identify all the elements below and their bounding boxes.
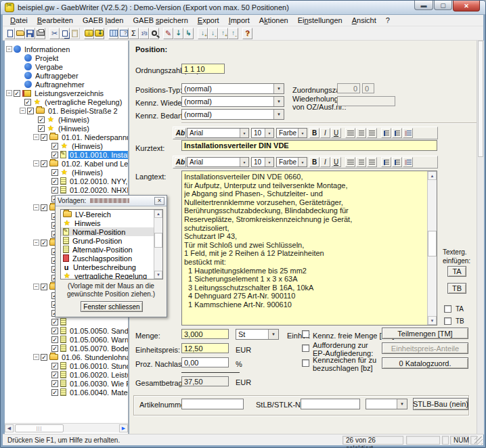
align-center-button[interactable]	[356, 128, 366, 138]
menu-gaeb-speichern[interactable]: GAEB speichern	[128, 16, 192, 25]
inschild-toolbar-button[interactable]	[183, 28, 194, 39]
palette-scroll-thumb[interactable]	[154, 233, 162, 248]
tree-item-informationen[interactable]: −Informationen	[5, 45, 71, 53]
scroll-left-button[interactable]: ◀	[5, 424, 14, 432]
tree-item-leistungsverzeichnis[interactable]: −✓Leistungsverzeichnis	[5, 89, 105, 97]
font-color-select[interactable]: Farbe	[276, 157, 307, 167]
langtext-scroll-thumb[interactable]	[428, 231, 437, 256]
dropdown-arrow-icon[interactable]	[265, 129, 273, 137]
tree-item-auftraggeber[interactable]: Auftraggeber	[5, 71, 80, 80]
ta-button[interactable]: TA	[447, 266, 466, 277]
tree-item-label[interactable]: 01.05.0070. Boden,einb	[68, 344, 128, 353]
langtext-scroll-up[interactable]: ▲	[428, 171, 437, 180]
indent-decrease-button[interactable]	[392, 157, 402, 167]
collapse-icon[interactable]: −	[33, 354, 39, 360]
stlb-bau-button[interactable]: STLB-Bau (nein)	[413, 398, 468, 410]
tree-item-label[interactable]: Auftraggeber	[34, 72, 80, 80]
italic-button[interactable]: I	[320, 128, 330, 138]
menu-aktionen[interactable]: Aktionen	[255, 16, 293, 25]
tb-button[interactable]: TB	[447, 283, 466, 294]
palette-scrollbar[interactable]: ▲ ▼	[154, 210, 162, 279]
menu-einstellungen[interactable]: Einstellungen	[293, 16, 347, 25]
align-right-button[interactable]	[367, 128, 377, 138]
tree-item-checkbox[interactable]: ✓	[51, 363, 58, 369]
font-size-select[interactable]: 10	[251, 157, 274, 167]
edit-toolbar-button[interactable]	[163, 28, 173, 39]
open-toolbar-button[interactable]	[15, 28, 25, 39]
ep-aufgliederung-checkbox[interactable]	[302, 344, 309, 352]
tree-item-checkbox[interactable]: ✓	[51, 328, 58, 334]
tree-item-checkbox[interactable]: ✓	[51, 345, 58, 352]
tree-item-01-02-0010-nyy-grabe[interactable]: ✓01.02.0010. NYY,Grabe	[5, 177, 128, 185]
tb-checkbox[interactable]	[444, 317, 451, 325]
gaebload-toolbar-button[interactable]	[84, 28, 94, 39]
palette-item-alternativ-position[interactable]: Alternativ-Position	[61, 245, 162, 254]
align-right-button[interactable]	[367, 157, 377, 167]
tree-item-hinweis[interactable]: ✓★(Hinweis)	[5, 168, 104, 177]
tree-item-01-06-0040-material-f[interactable]: ✓01.06.0040. Material fü	[5, 388, 128, 397]
stlb-select[interactable]	[366, 399, 407, 409]
tree-item-checkbox[interactable]: ✓	[24, 99, 31, 106]
langtext-scroll-down[interactable]: ▼	[428, 316, 437, 325]
palette-item-hinweis[interactable]: ★Hinweis	[61, 219, 162, 227]
tree-item-checkbox[interactable]: ✓	[41, 160, 47, 167]
tree-item-label[interactable]: 01.01.0010. Installation	[68, 151, 128, 159]
scroll-thumb[interactable]: |||	[15, 424, 64, 432]
palette-item-zuschlagsposition[interactable]: Zuschlagsposition	[61, 254, 162, 263]
tree-horizontal-scrollbar[interactable]: ◀ ||| ▶	[5, 423, 128, 432]
tree-item-checkbox[interactable]: ✓	[38, 116, 45, 123]
tree-item-01-05-0050-sandbett-k[interactable]: ✓01.05.0050. Sandbett,K	[5, 326, 128, 335]
tree-item-hinweis[interactable]: ✓★(Hinweis)	[5, 124, 91, 133]
collapse-icon[interactable]: −	[6, 90, 12, 96]
menu-import[interactable]: Import	[224, 16, 255, 25]
tree-item-checkbox[interactable]: ✓	[41, 354, 47, 361]
collapse-icon[interactable]: −	[33, 134, 39, 140]
tree-item-checkbox[interactable]: ✓	[51, 380, 58, 387]
tree-item-label[interactable]: 01.05.0060. Warnband	[68, 336, 128, 344]
menge-input[interactable]: 3,000	[181, 329, 229, 339]
indent-increase-button[interactable]	[381, 157, 391, 167]
tree-item-01-06-0030-wie-pos-1[interactable]: ✓01.06.0030. Wie Pos. '1	[5, 379, 128, 388]
tree-item-01-06-0020-leistung-w[interactable]: ✓01.06.0020. Leistung w	[5, 370, 128, 379]
underline-button[interactable]: U	[331, 128, 341, 138]
tree-item-checkbox[interactable]: ✓	[41, 240, 47, 246]
table-toolbar-button[interactable]	[108, 28, 118, 39]
palette-close-icon[interactable]: ✕	[154, 197, 164, 205]
dropdown-arrow-icon[interactable]	[268, 330, 278, 339]
tree-item-label[interactable]: 01.02. Kabel und Leitunge	[60, 160, 128, 168]
tree-item-label[interactable]: Leistungsverzeichnis	[33, 89, 105, 97]
italic-button[interactable]: I	[320, 157, 330, 167]
palette-item-vertragliche-regelung[interactable]: ★vertragliche Regelung	[61, 271, 162, 279]
dropdown-arrow-icon[interactable]	[397, 399, 407, 409]
rich-format-button[interactable]: Ab	[175, 128, 186, 138]
font-color-select[interactable]: Farbe	[276, 128, 307, 138]
bullet-list-button[interactable]	[403, 157, 413, 167]
palette-title-bar[interactable]: Vorlagen:	[56, 196, 167, 206]
collapse-icon[interactable]: −	[33, 240, 39, 246]
collapse-icon[interactable]: −	[20, 108, 26, 114]
nachlass-input[interactable]: 0,00	[181, 357, 229, 367]
dropdown-arrow-icon[interactable]	[298, 158, 307, 166]
123-toolbar-button[interactable]	[139, 28, 149, 39]
tree-item-01-01-niederspannungsve[interactable]: −✓01.01. Niederspannungsve	[5, 133, 128, 141]
dropdown-arrow-icon[interactable]	[273, 97, 284, 106]
dminus-toolbar-button[interactable]	[208, 28, 218, 39]
palette-item-unterbeschreibung[interactable]: uUnterbeschreibung	[61, 263, 162, 271]
tree-item-01-06-stundenlohnarbeite[interactable]: −✓01.06. Stundenlohnarbeite	[5, 353, 128, 361]
kurztext-input[interactable]: Installationsverteiler DIN VDE	[181, 140, 437, 151]
collapse-icon[interactable]: −	[6, 46, 12, 52]
tree-item-01-05-0060-warnband[interactable]: ✓01.05.0060. Warnband	[5, 335, 128, 344]
align-center-button[interactable]	[356, 157, 366, 167]
save-toolbar-button[interactable]	[25, 28, 35, 39]
menu-gaeb-laden[interactable]: GAEB laden	[78, 16, 129, 25]
new-toolbar-button[interactable]	[5, 28, 15, 39]
tree-item-checkbox[interactable]: ✓	[41, 204, 47, 211]
tree-item-checkbox[interactable]: ✓	[41, 284, 47, 290]
help-toolbar-button[interactable]	[242, 28, 252, 39]
tree-item-01-02-0020-nhxmh-r[interactable]: ✓01.02.0020. NHXMH R	[5, 185, 128, 194]
tree-item-label[interactable]: (Hinweis)	[57, 125, 91, 133]
menu-export[interactable]: Export	[193, 16, 224, 25]
tree-item-label[interactable]: 01.06.0010. Stundenloh	[68, 362, 128, 370]
tree-item-label[interactable]: (Hinweis)	[57, 116, 91, 124]
tree-item-label[interactable]: 01.06.0020. Leistung w	[68, 371, 128, 379]
